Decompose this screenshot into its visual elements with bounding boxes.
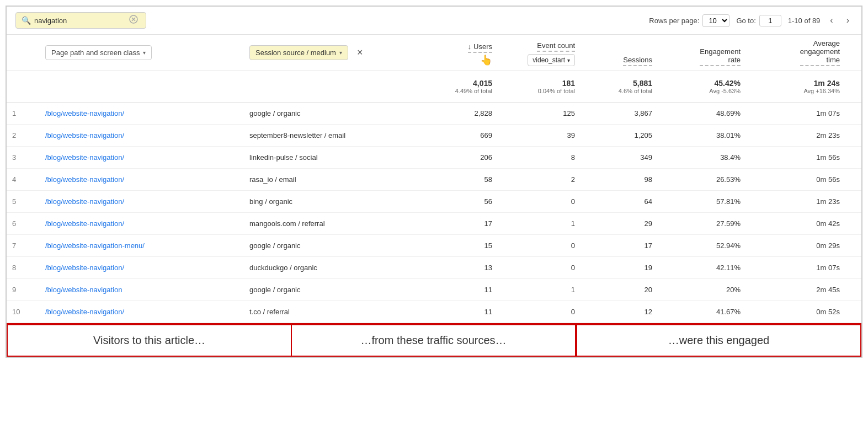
go-to-input[interactable]: [759, 15, 781, 26]
users-value: 15: [484, 241, 492, 250]
page-path-pill[interactable]: Page path and screen class ▾: [45, 45, 152, 60]
avg-engagement-value: 2m 45s: [816, 286, 840, 294]
table-row: 10 /blog/website-navigation/ t.co / refe…: [7, 301, 861, 323]
avg-engagement-value: 1m 07s: [816, 109, 840, 117]
page-path-link[interactable]: /blog/website-navigation/: [45, 131, 124, 139]
events-value: 1: [571, 286, 575, 294]
totals-sessions-pct: 4.6% of total: [586, 88, 652, 94]
engagement-value: 27.59%: [716, 219, 741, 228]
page-path-link[interactable]: /blog/website-navigation/: [45, 153, 124, 162]
row-sessions-cell: 64: [581, 191, 658, 212]
row-users-cell: 669: [420, 125, 498, 146]
row-engagement-cell: 41.67%: [658, 301, 746, 323]
page-path-link[interactable]: /blog/website-navigation/: [45, 219, 124, 228]
rows-per-page-select[interactable]: 10 25 50: [702, 14, 729, 27]
page-path-link[interactable]: /blog/website-navigation/: [45, 175, 124, 184]
row-sessions-cell: 12: [581, 301, 658, 323]
row-sessions-cell: 1,205: [581, 125, 658, 146]
avg-engagement-column-header[interactable]: Averageengagementtime: [746, 35, 845, 71]
row-number: 4: [12, 175, 16, 184]
totals-users-cell: 4,015 4.49% of total: [420, 76, 498, 98]
row-page-cell: /blog/website-navigation/: [40, 191, 244, 212]
row-engagement-cell: 27.59%: [658, 213, 746, 234]
events-value: 1: [571, 219, 575, 228]
clear-search-button[interactable]: [127, 15, 140, 26]
event-type-badge[interactable]: video_start ▾: [528, 54, 575, 66]
row-page-cell: /blog/website-navigation/: [40, 147, 244, 168]
search-input[interactable]: navigation: [34, 17, 127, 25]
row-num-cell: 6: [7, 213, 40, 234]
row-engagement-cell: 42.11%: [658, 257, 746, 278]
engagement-value: 42.11%: [716, 264, 741, 272]
row-source-cell: mangools.com / referral: [244, 213, 420, 234]
users-value: 2,828: [474, 109, 492, 117]
events-value: 0: [571, 264, 575, 272]
page-path-link[interactable]: /blog/website-navigation/: [45, 308, 124, 316]
row-events-cell: 39: [498, 125, 581, 146]
annotation-text-1: Visitors to this article…: [93, 334, 205, 347]
row-num-cell: 1: [7, 103, 40, 124]
avg-engagement-value: 1m 23s: [816, 197, 840, 206]
page-path-link[interactable]: /blog/website-navigation/: [45, 264, 124, 272]
source-medium-value: bing / organic: [249, 197, 292, 206]
page-path-link[interactable]: /blog/website-navigation: [45, 286, 122, 294]
page-path-link[interactable]: /blog/website-navigation/: [45, 109, 124, 117]
totals-users-pct: 4.49% of total: [426, 88, 492, 94]
row-num-cell: 8: [7, 257, 40, 278]
row-avg-eng-cell: 0m 56s: [746, 169, 845, 190]
row-avg-eng-cell: 1m 07s: [746, 103, 845, 124]
session-source-label: Session source / medium: [255, 49, 336, 57]
session-source-close-button[interactable]: ×: [352, 44, 369, 61]
row-avg-eng-cell: 1m 56s: [746, 147, 845, 168]
avg-engagement-value: 0m 52s: [816, 308, 840, 316]
row-users-cell: 58: [420, 169, 498, 190]
engagement-value: 41.67%: [716, 308, 741, 316]
row-sessions-cell: 349: [581, 147, 658, 168]
row-number: 2: [12, 131, 16, 139]
row-sessions-cell: 3,867: [581, 103, 658, 124]
go-to-label: Go to:: [736, 17, 755, 25]
annotation-box-3: …were this engaged: [576, 324, 861, 357]
session-source-pill[interactable]: Session source / medium ▾: [249, 45, 348, 60]
row-page-cell: /blog/website-navigation-menu/: [40, 235, 244, 256]
avg-engagement-value: 0m 29s: [816, 241, 840, 250]
next-page-button[interactable]: ›: [843, 14, 853, 26]
totals-sessions-cell: 5,881 4.6% of total: [581, 76, 658, 98]
row-users-cell: 206: [420, 147, 498, 168]
event-type-chevron-icon: ▾: [567, 57, 570, 63]
sessions-value: 12: [645, 308, 652, 316]
totals-avg-eng-pct: Avg +16.34%: [752, 88, 840, 94]
session-source-chevron-icon: ▾: [339, 50, 342, 56]
table-row: 6 /blog/website-navigation/ mangools.com…: [7, 213, 861, 235]
row-page-cell: /blog/website-navigation/: [40, 125, 244, 146]
event-type-label: video_start: [532, 56, 565, 64]
prev-page-button[interactable]: ‹: [827, 14, 836, 26]
page-path-link[interactable]: /blog/website-navigation-menu/: [45, 241, 145, 250]
engagement-value: 57.81%: [716, 197, 741, 206]
row-number: 9: [12, 286, 16, 294]
row-events-cell: 0: [498, 257, 581, 278]
sort-down-icon: ↓: [468, 42, 472, 51]
engagement-rate-column-header[interactable]: Engagementrate: [658, 35, 746, 71]
row-sessions-cell: 29: [581, 213, 658, 234]
page-path-link[interactable]: /blog/website-navigation/: [45, 197, 124, 206]
row-number: 10: [12, 308, 20, 316]
row-source-cell: duckduckgo / organic: [244, 257, 420, 278]
sessions-value: 1,205: [634, 131, 652, 139]
row-page-cell: /blog/website-navigation/: [40, 301, 244, 323]
source-medium-value: mangools.com / referral: [249, 219, 325, 228]
row-sessions-cell: 20: [581, 279, 658, 300]
sessions-column-header[interactable]: Sessions: [581, 35, 658, 71]
totals-events-pct: 0.04% of total: [503, 88, 575, 94]
rows-per-page-label: Rows per page:: [649, 17, 699, 25]
table-row: 8 /blog/website-navigation/ duckduckgo /…: [7, 257, 861, 279]
row-users-cell: 15: [420, 235, 498, 256]
row-number: 7: [12, 241, 16, 250]
sessions-value: 3,867: [634, 109, 652, 117]
data-rows-container: 1 /blog/website-navigation/ google / org…: [7, 103, 861, 323]
row-engagement-cell: 48.69%: [658, 103, 746, 124]
table-row: 4 /blog/website-navigation/ rasa_io / em…: [7, 169, 861, 191]
search-box[interactable]: 🔍 navigation: [15, 12, 146, 29]
users-column-header[interactable]: ↓ Users 👆: [420, 35, 498, 71]
users-value: 58: [484, 175, 492, 184]
